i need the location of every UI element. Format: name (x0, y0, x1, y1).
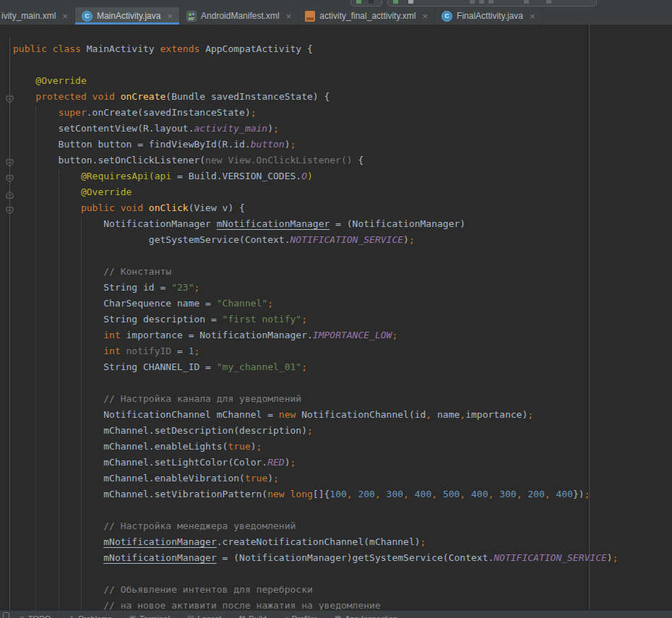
code-line[interactable] (13, 57, 619, 73)
code-line[interactable] (13, 502, 619, 518)
code-block[interactable]: public class MainActivity extends AppCom… (13, 41, 619, 610)
toolwindow-logcat[interactable]: ▤ Logcat (187, 614, 221, 618)
code-token: .createNotificationChannel(mChannel) (217, 536, 421, 547)
toolwindow-build[interactable]: ⚒ Build (238, 614, 266, 618)
code-line[interactable] (13, 375, 619, 391)
toolbar-icon-fragment (408, 0, 413, 4)
code-token: = (NotificationManager) (329, 218, 465, 229)
code-token: ) (607, 552, 613, 563)
toolwindow-app-inspection[interactable]: ▦ App Inspection (335, 614, 397, 618)
code-token (13, 520, 103, 531)
code-token: = (NotificationManager)getSystemService(… (217, 552, 494, 563)
tab-activity-final-acttivity-xml[interactable]: activity_final_acttivity.xml × (298, 7, 435, 25)
code-line[interactable]: button.setOnClickListener(new View.OnCli… (13, 153, 619, 168)
code-token: }) (573, 489, 585, 499)
code-token: ; (527, 409, 533, 420)
code-token: importance = NotificationManager. (126, 330, 313, 340)
toolwindow-todo[interactable]: ≡ TODO (20, 614, 51, 618)
code-token: public void (81, 202, 149, 213)
code-line[interactable]: getSystemService(Context.NOTIFICATION_SE… (13, 232, 619, 248)
tab-mainactivity-java[interactable]: C MainActivity.java × (75, 7, 180, 25)
code-token: "first notify" (223, 314, 302, 325)
code-line[interactable]: // на новое активити после нажатия на ув… (13, 598, 619, 610)
code-token: @Override (81, 186, 132, 197)
code-line[interactable]: mChannel.setDescription(description); (13, 423, 619, 439)
code-line[interactable]: super.onCreate(savedInstanceState); (13, 105, 619, 121)
code-token: ) (251, 441, 257, 452)
close-icon[interactable]: × (286, 12, 292, 21)
toolwindow-label: Build (249, 614, 266, 618)
code-line[interactable]: @Override (13, 73, 619, 89)
code-token: int (103, 330, 126, 340)
code-token: getSystemService(Context. (13, 234, 290, 245)
code-line[interactable]: mChannel.setVibrationPattern(new long[]{… (13, 486, 619, 502)
code-line[interactable]: // Настройка менеджера уведомлений (13, 518, 619, 534)
code-token: ; (257, 441, 262, 452)
code-line[interactable]: mNotificationManager = (NotificationMana… (13, 550, 619, 566)
ide-window: ivity_main.xml × C MainActivity.java × M… (0, 0, 672, 618)
code-line[interactable]: // Настройка канала для уведомлений (13, 391, 619, 407)
code-token: ; (273, 473, 279, 484)
code-token: @RequiresApi(api (81, 171, 171, 181)
code-line[interactable]: mChannel.enableVibration(true); (13, 471, 619, 486)
code-line[interactable]: mNotificationManager.createNotificationC… (13, 534, 619, 550)
code-line[interactable]: int notifyID = 1; (13, 343, 619, 359)
code-line[interactable]: setContentView(R.layout.activity_main); (13, 121, 619, 137)
code-line[interactable]: String CHANNEL_ID = "my_channel_01"; (13, 359, 619, 375)
code-line[interactable]: NotificationChannel mChannel = new Notif… (13, 407, 619, 423)
tab-finalacttivity-java[interactable]: C FinalActtivity.java × (435, 7, 542, 25)
code-token: , (426, 409, 431, 420)
code-token: true (228, 441, 250, 452)
code-line[interactable]: protected void onCreate(Bundle savedInst… (13, 89, 619, 105)
code-token: protected void (35, 91, 120, 102)
tab-androidmanifest-xml[interactable]: MF AndroidManifest.xml × (180, 7, 298, 25)
code-line[interactable]: @Override (13, 184, 619, 200)
code-token: IMPORTANCE_LOW (313, 330, 392, 340)
code-line[interactable]: int importance = NotificationManager.IMP… (13, 327, 619, 343)
code-line[interactable]: mChannel.setLightColor(Color.RED); (13, 455, 619, 471)
code-token: ; (585, 489, 590, 499)
code-line[interactable] (13, 566, 619, 582)
code-token: activity_main (194, 123, 267, 134)
toolwindow-terminal[interactable]: ▣ Terminal (129, 614, 170, 618)
run-config-widget[interactable] (350, 0, 382, 7)
window-layout-icon[interactable] (3, 612, 9, 618)
code-line[interactable]: // Константы (13, 264, 619, 280)
tool-window-bar: ≡ TODO ⚠ Problems ▣ Terminal ▤ Logcat ⚒ … (0, 610, 672, 618)
device-run-widget[interactable] (387, 0, 597, 7)
toolbar-icon-fragment (479, 0, 484, 4)
close-icon[interactable]: × (62, 12, 68, 21)
code-token: button (251, 139, 285, 150)
code-line[interactable]: String id = "23"; (13, 280, 619, 296)
code-line[interactable]: public void onClick(View v) { (13, 200, 619, 216)
code-line[interactable]: String description = "first notify"; (13, 312, 619, 327)
code-editor[interactable]: public class MainActivity extends AppCom… (0, 25, 672, 610)
code-token: // Настройка менеджера уведомлений (103, 520, 296, 531)
code-token: CharSequence name = (13, 298, 217, 309)
code-line[interactable]: mChannel.enableLights(true); (13, 439, 619, 455)
code-line[interactable] (13, 248, 619, 264)
tab-activity-main-xml[interactable]: ivity_main.xml × (0, 7, 75, 25)
code-line[interactable]: Button button = findViewById(R.id.button… (13, 137, 619, 153)
code-line[interactable]: public class MainActivity extends AppCom… (13, 41, 619, 57)
java-class-icon: C (441, 11, 452, 22)
code-token: String description = (13, 314, 223, 325)
close-icon[interactable]: × (423, 12, 428, 21)
code-token: , (488, 489, 500, 499)
code-line[interactable]: @RequiresApi(api = Build.VERSION_CODES.O… (13, 168, 619, 184)
close-icon[interactable]: × (530, 12, 535, 21)
code-line[interactable]: // Обьявление интентов для переброски (13, 582, 619, 598)
toolwindow-label: Problems (78, 614, 111, 618)
close-icon[interactable]: × (167, 12, 173, 21)
code-line[interactable]: NotificationManager mNotificationManager… (13, 216, 619, 232)
code-token: super (59, 107, 87, 118)
code-line[interactable]: CharSequence name = "Channel"; (13, 296, 619, 312)
toolwindow-problems[interactable]: ⚠ Problems (68, 614, 111, 618)
code-token (13, 393, 103, 404)
code-token: mChannel.enableVibration( (13, 473, 245, 484)
code-token: []{ (313, 489, 329, 499)
code-token: ; (290, 457, 296, 468)
code-token: mNotificationManager (103, 536, 217, 547)
toolwindow-profiler[interactable]: ◔ Profiler (284, 614, 317, 618)
code-token: extends (160, 43, 206, 54)
